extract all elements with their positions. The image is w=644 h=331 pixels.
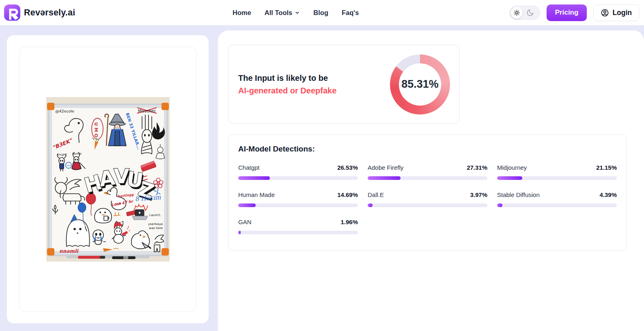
model-value: 27.31%: [467, 164, 487, 171]
nav-item-blog[interactable]: Blog: [313, 9, 328, 17]
model-progress-track: [238, 203, 358, 207]
wb-lazim-text: Lazım1:: [149, 213, 161, 217]
ghost-doodle: [66, 220, 89, 247]
uploaded-image-column: @42ecole "B3EK" UMO BEN 33 YILLAR... Mos…: [0, 25, 218, 331]
model-progress-fill: [497, 176, 522, 180]
user-circle-icon: [601, 9, 609, 17]
result-line1: The Input is likely to be: [238, 74, 336, 83]
confidence-score: 85.31%: [401, 78, 439, 91]
model-value: 1.96%: [340, 219, 358, 225]
model-label: Stable Diffusion: [497, 191, 540, 198]
model-progress-track: [368, 203, 487, 207]
ai-model-detections-title: AI-Model Detections:: [238, 145, 617, 154]
model-value: 26.53%: [337, 164, 358, 171]
model-detection-item-midjourney: Midjourney 21.15%: [497, 164, 617, 180]
detection-result-text: The Input is likely to be AI-generated o…: [238, 74, 336, 95]
model-value: 4.39%: [599, 191, 617, 198]
model-progress-track: [368, 176, 487, 180]
wb-moseker-text: Moseker: [138, 108, 156, 113]
model-progress-fill: [238, 203, 256, 207]
model-detection-item-dalle: Dall.E 3.97%: [368, 191, 487, 207]
nav-item-all-tools-label: All Tools: [265, 9, 292, 17]
sun-icon[interactable]: [511, 7, 523, 19]
model-progress-fill: [368, 176, 401, 180]
model-progress-fill: [238, 231, 241, 234]
model-progress-track: [497, 176, 617, 180]
model-progress-fill: [497, 203, 502, 207]
ai-model-detections-card: AI-Model Detections: Chatgpt 26.53% Adob…: [228, 134, 627, 251]
brand-logo[interactable]: Revərsely.ai: [4, 4, 75, 21]
wb-dulap-label: dulap: [66, 164, 71, 167]
top-navbar: Revərsely.ai Home All Tools Blog Faq's P: [0, 0, 644, 25]
wb-handle-text: @42ecole: [55, 109, 74, 113]
model-label: Adobe Firefly: [368, 164, 403, 171]
model-value: 3.97%: [470, 191, 487, 198]
model-progress-fill: [238, 176, 270, 180]
uploaded-whiteboard-image: @42ecole "B3EK" UMO BEN 33 YILLAR... Mos…: [46, 97, 170, 262]
result-line2: AI-generated or Deepfake: [238, 86, 336, 95]
model-detection-item-stable-diffusion: Stable Diffusion 4.39%: [497, 191, 617, 207]
login-label: Login: [612, 9, 632, 17]
wb-knight-label: Knight: [57, 153, 67, 156]
wb-sign1-text: ysarikaya: [148, 222, 163, 226]
nav-links: Home All Tools Blog Faq's: [233, 0, 359, 25]
wb-nnamli-text: nnamli: [59, 248, 79, 254]
model-progress-track: [238, 231, 358, 234]
model-label: Dall.E: [368, 191, 384, 198]
uploaded-image-frame: @42ecole "B3EK" UMO BEN 33 YILLAR... Mos…: [19, 47, 196, 312]
main-content: @42ecole "B3EK" UMO BEN 33 YILLAR... Mos…: [0, 25, 644, 331]
theme-toggle[interactable]: [509, 6, 540, 20]
model-label: Chatgpt: [238, 164, 260, 171]
model-detection-item-adobe-firefly: Adobe Firefly 27.31%: [368, 164, 487, 180]
nav-item-all-tools[interactable]: All Tools: [265, 9, 300, 17]
reversely-r-icon: [4, 4, 20, 21]
uploaded-image-card: @42ecole "B3EK" UMO BEN 33 YILLAR... Mos…: [6, 35, 209, 324]
model-detection-item-gan: GAN 1.96%: [238, 219, 358, 234]
model-progress-track: [238, 176, 358, 180]
ai-model-detections-grid: Chatgpt 26.53% Adobe Firefly 27.31%: [238, 164, 617, 234]
detection-result-card: The Input is likely to be AI-generated o…: [228, 45, 460, 124]
model-progress-track: [497, 203, 617, 207]
wb-sign2-text: was here: [149, 226, 163, 230]
navbar-actions: Pricing Login: [509, 4, 639, 21]
nav-item-home[interactable]: Home: [233, 9, 251, 17]
wb-hornet-label: hornet: [72, 152, 82, 156]
nav-item-faqs[interactable]: Faq's: [342, 9, 359, 17]
model-label: GAN: [238, 219, 252, 225]
model-label: Midjourney: [497, 164, 527, 171]
model-label: Human Made: [238, 191, 275, 198]
model-detection-item-chatgpt: Chatgpt 26.53%: [238, 164, 358, 180]
login-button[interactable]: Login: [593, 4, 639, 21]
moon-icon[interactable]: [525, 7, 536, 18]
results-panel: The Input is likely to be AI-generated o…: [218, 30, 644, 331]
model-progress-fill: [368, 203, 373, 207]
model-value: 14.69%: [337, 191, 358, 198]
pricing-button[interactable]: Pricing: [547, 4, 587, 21]
chick-doodle: [95, 208, 112, 223]
model-value: 21.15%: [596, 164, 617, 171]
confidence-ring: 85.31%: [390, 54, 450, 115]
chevron-down-icon: [295, 10, 300, 15]
model-detection-item-human-made: Human Made 14.69%: [238, 191, 358, 207]
wb-umo-text: UMO: [93, 122, 98, 139]
brand-name: Revərsely.ai: [24, 8, 75, 18]
